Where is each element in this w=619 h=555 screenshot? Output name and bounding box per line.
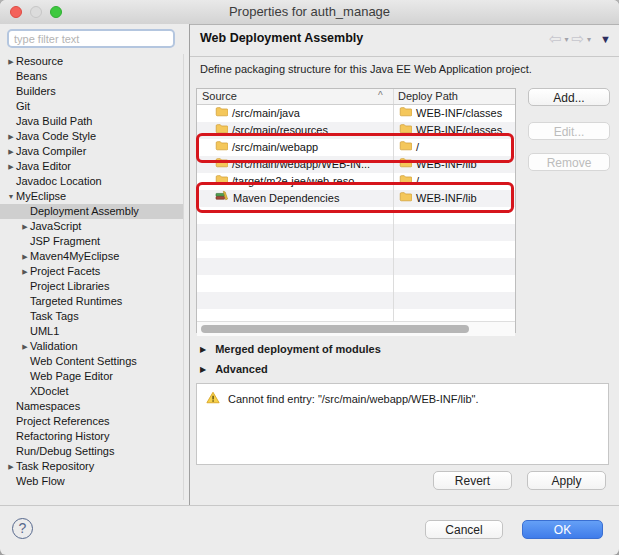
folder-icon — [215, 156, 228, 173]
sidebar-item-java-build-path[interactable]: Java Build Path — [0, 114, 183, 129]
sidebar-item-java-compiler[interactable]: ▶Java Compiler — [0, 144, 183, 159]
sidebar-item-myeclipse[interactable]: ▼MyEclipse — [0, 189, 183, 204]
folder-icon — [215, 173, 228, 190]
remove-button[interactable]: Remove — [528, 153, 610, 171]
chevron-collapsed-icon[interactable]: ▶ — [6, 129, 16, 144]
table-row-empty — [197, 275, 515, 292]
folder-icon — [399, 190, 412, 207]
sidebar-item-label: Deployment Assembly — [30, 205, 139, 217]
forward-dropdown-icon[interactable]: ▾ — [587, 35, 591, 44]
sidebar-item-java-code-style[interactable]: ▶Java Code Style — [0, 129, 183, 144]
chevron-collapsed-icon[interactable]: ▶ — [20, 219, 30, 234]
table-row-target-m2e-jee-web-reso[interactable]: /target/m2e-jee/web-reso.../ — [197, 173, 515, 190]
chevron-collapsed-icon[interactable]: ▶ — [6, 459, 16, 474]
chevron-collapsed-icon[interactable]: ▶ — [6, 159, 16, 174]
sidebar-item-web-page-editor[interactable]: Web Page Editor — [0, 369, 183, 384]
revert-button[interactable]: Revert — [433, 471, 512, 490]
deploy-path: WEB-INF/lib — [416, 156, 477, 173]
sidebar-item-javascript[interactable]: ▶JavaScript — [0, 219, 183, 234]
sidebar-item-validation[interactable]: ▶Validation — [0, 339, 183, 354]
chevron-collapsed-icon[interactable]: ▶ — [200, 345, 206, 354]
table-row-src-main-webapp[interactable]: /src/main/webapp/ — [197, 139, 515, 156]
sidebar-item-resource[interactable]: ▶Resource — [0, 54, 183, 69]
view-menu-icon[interactable]: ▼ — [600, 33, 611, 45]
library-icon — [215, 190, 229, 207]
assembly-table: Source ^ Deploy Path /src/main/javaWEB-I… — [196, 88, 516, 333]
column-header-deploy-path[interactable]: Deploy Path — [398, 90, 458, 102]
chevron-collapsed-icon[interactable]: ▶ — [20, 264, 30, 279]
sidebar-item-project-facets[interactable]: ▶Project Facets — [0, 264, 183, 279]
column-header-source[interactable]: Source — [202, 90, 237, 102]
sidebar-item-deployment-assembly[interactable]: Deployment Assembly — [0, 204, 183, 219]
deploy-path: WEB-INF/classes — [416, 105, 502, 122]
table-row-empty — [197, 207, 515, 224]
sidebar-item-label: JSP Fragment — [30, 235, 100, 247]
cancel-button[interactable]: Cancel — [425, 520, 503, 539]
sidebar-item-run-debug-settings[interactable]: Run/Debug Settings — [0, 444, 183, 459]
column-divider[interactable] — [393, 89, 394, 104]
sidebar-item-git[interactable]: Git — [0, 99, 183, 114]
properties-dialog: Properties for auth_manage ▶ResourceBean… — [0, 0, 619, 555]
back-dropdown-icon[interactable]: ▾ — [565, 35, 569, 44]
sidebar-item-label: Web Page Editor — [30, 370, 113, 382]
sidebar-item-namespaces[interactable]: Namespaces — [0, 399, 183, 414]
footer-separator — [0, 505, 619, 506]
sidebar-item-builders[interactable]: Builders — [0, 84, 183, 99]
sidebar-item-label: JavaScript — [30, 220, 81, 232]
horizontal-scrollbar-thumb[interactable] — [201, 325, 469, 333]
folder-icon — [399, 122, 412, 139]
table-row-empty — [197, 309, 515, 321]
help-button[interactable]: ? — [12, 518, 33, 539]
page-title: Web Deployment Assembly — [200, 31, 363, 45]
filter-input[interactable] — [7, 29, 175, 48]
sidebar-item-java-editor[interactable]: ▶Java Editor — [0, 159, 183, 174]
sidebar-item-label: Project Facets — [30, 265, 100, 277]
table-row-src-main-webapp-web-in[interactable]: /src/main/webapp/WEB-IN...WEB-INF/lib — [197, 156, 515, 173]
horizontal-scrollbar[interactable] — [197, 321, 515, 336]
sidebar-item-targeted-runtimes[interactable]: Targeted Runtimes — [0, 294, 183, 309]
sidebar-item-label: Beans — [16, 70, 47, 82]
chevron-collapsed-icon[interactable]: ▶ — [20, 339, 30, 354]
sidebar-item-project-references[interactable]: Project References — [0, 414, 183, 429]
sidebar-item-javadoc-location[interactable]: Javadoc Location — [0, 174, 183, 189]
chevron-collapsed-icon[interactable]: ▶ — [20, 249, 30, 264]
sidebar-item-web-flow[interactable]: Web Flow — [0, 474, 183, 489]
problems-panel: Cannot find entry: "/src/main/webapp/WEB… — [196, 383, 609, 465]
ok-button[interactable]: OK — [522, 520, 603, 539]
chevron-collapsed-icon[interactable]: ▶ — [6, 144, 16, 159]
chevron-expanded-icon[interactable]: ▼ — [6, 189, 16, 204]
section-advanced[interactable]: ▶ Advanced — [200, 363, 268, 375]
sidebar-item-refactoring-history[interactable]: Refactoring History — [0, 429, 183, 444]
sidebar-item-xdoclet[interactable]: XDoclet — [0, 384, 183, 399]
folder-icon — [215, 105, 228, 122]
sidebar-item-label: MyEclipse — [16, 190, 66, 202]
sidebar-item-project-libraries[interactable]: Project Libraries — [0, 279, 183, 294]
edit-button[interactable]: Edit... — [528, 122, 610, 140]
sidebar-item-web-content-settings[interactable]: Web Content Settings — [0, 354, 183, 369]
add-button[interactable]: Add... — [528, 88, 610, 106]
sidebar-item-maven4myeclipse[interactable]: ▶Maven4MyEclipse — [0, 249, 183, 264]
table-header: Source ^ Deploy Path — [197, 89, 515, 105]
sidebar-item-uml1[interactable]: UML1 — [0, 324, 183, 339]
source-path: /src/main/webapp — [232, 139, 318, 156]
forward-arrow-icon[interactable]: ⇨ — [572, 31, 585, 47]
sidebar-item-task-tags[interactable]: Task Tags — [0, 309, 183, 324]
sidebar-item-label: Web Flow — [16, 475, 65, 487]
sidebar-item-task-repository[interactable]: ▶Task Repository — [0, 459, 183, 474]
apply-button[interactable]: Apply — [527, 471, 606, 490]
table-row-src-main-java[interactable]: /src/main/javaWEB-INF/classes — [197, 105, 515, 122]
deploy-path-cell: WEB-INF/classes — [399, 105, 502, 122]
sidebar-item-label: Javadoc Location — [16, 175, 102, 187]
section-merged-deployment[interactable]: ▶ Merged deployment of modules — [200, 343, 381, 355]
source-cell: /src/main/webapp — [215, 139, 318, 156]
section-label: Merged deployment of modules — [215, 343, 381, 355]
sidebar-item-beans[interactable]: Beans — [0, 69, 183, 84]
table-row-src-main-resources[interactable]: /src/main/resourcesWEB-INF/classes — [197, 122, 515, 139]
chevron-collapsed-icon[interactable]: ▶ — [200, 365, 206, 374]
chevron-collapsed-icon[interactable]: ▶ — [6, 54, 16, 69]
folder-icon — [399, 173, 412, 190]
back-arrow-icon[interactable]: ⇦ — [549, 31, 562, 47]
sidebar-item-label: Project Libraries — [30, 280, 109, 292]
sidebar-item-jsp-fragment[interactable]: JSP Fragment — [0, 234, 183, 249]
table-row-maven-dependencies[interactable]: Maven DependenciesWEB-INF/lib — [197, 190, 515, 207]
